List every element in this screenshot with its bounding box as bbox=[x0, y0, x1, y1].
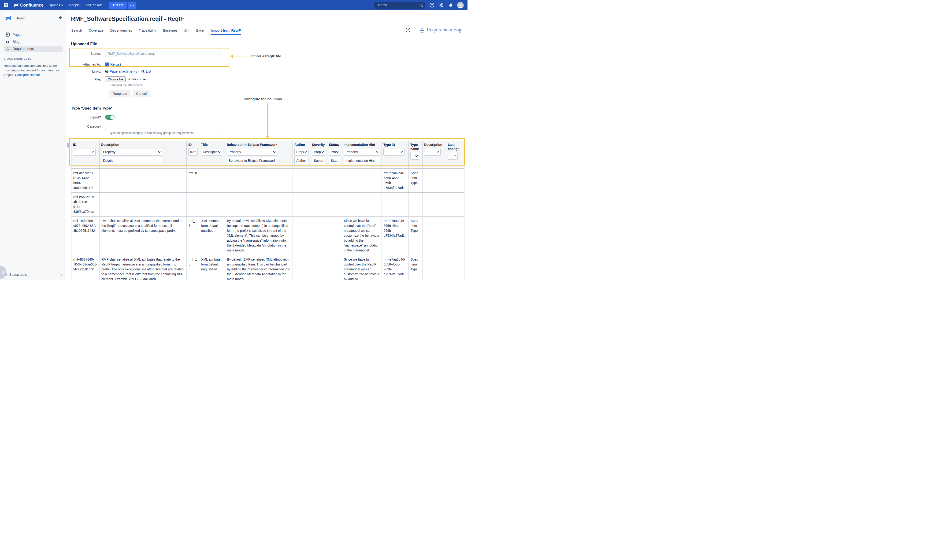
tab-traceability[interactable]: Traceability bbox=[139, 27, 156, 35]
table-cell bbox=[327, 255, 342, 280]
space-tools-label[interactable]: Space tools bbox=[9, 273, 27, 277]
chevron-down-icon bbox=[61, 4, 63, 6]
select-value: - bbox=[75, 150, 91, 154]
table-cell bbox=[446, 217, 465, 255]
help-icon-secondary[interactable]: ? bbox=[406, 28, 410, 32]
column-mapping-select[interactable]: Property bbox=[312, 148, 325, 156]
global-search[interactable] bbox=[374, 2, 425, 9]
column-mapping-select[interactable]: Key bbox=[188, 148, 198, 156]
column-mapping-select[interactable]: Property bbox=[101, 148, 162, 156]
import-reqif-note: Import a ReqIF file bbox=[250, 54, 281, 58]
tab-dependencies[interactable]: Dependencies bbox=[110, 27, 132, 35]
create-button[interactable]: Create bbox=[109, 2, 127, 9]
category-input[interactable] bbox=[105, 123, 222, 130]
table-cell bbox=[293, 217, 310, 255]
select-value: Property bbox=[103, 150, 158, 154]
file-name-field[interactable]: RMF_SoftwareSpecification.reqif bbox=[105, 50, 222, 57]
reupload-button[interactable]: Reupload bbox=[109, 90, 131, 97]
cancel-button[interactable]: Cancel bbox=[133, 90, 150, 97]
help-icon[interactable]: ? bbox=[429, 2, 435, 8]
menu-spaces[interactable]: Spaces bbox=[49, 3, 63, 7]
space-tools-footer: ⚙ Space tools « bbox=[0, 269, 66, 280]
table-cell bbox=[293, 193, 310, 216]
tab-import-from-reqif[interactable]: Import from ReqIF bbox=[211, 27, 241, 35]
table-cell bbox=[327, 169, 342, 192]
user-avatar[interactable] bbox=[457, 2, 464, 8]
person-icon bbox=[458, 4, 463, 8]
chevron-down-icon bbox=[158, 150, 161, 153]
sidebar-item-requirements[interactable]: Requirements bbox=[4, 46, 63, 52]
column-header: Last change- bbox=[446, 141, 465, 166]
column-mapping-select[interactable]: Property bbox=[227, 148, 277, 156]
sidebar-expand-handle[interactable] bbox=[0, 266, 6, 279]
select-value: Property bbox=[331, 150, 336, 154]
column-mapping-select[interactable]: - bbox=[448, 152, 457, 160]
confluence-logo[interactable]: Confluence bbox=[14, 3, 43, 8]
favorite-star-icon[interactable] bbox=[59, 16, 63, 21]
collapse-sidebar-icon[interactable]: « bbox=[60, 272, 63, 277]
space-sidebar: Team Pages Blog Requi bbox=[0, 10, 66, 280]
column-title: Behaviour in Eclipse Framework bbox=[227, 143, 291, 147]
chevron-down-icon bbox=[273, 150, 276, 153]
select-value: - bbox=[450, 154, 453, 158]
column-title: Status bbox=[329, 143, 340, 147]
table-cell bbox=[225, 169, 293, 192]
notifications-bell-icon[interactable] bbox=[448, 2, 453, 8]
sidebar-item-pages[interactable]: Pages bbox=[4, 31, 63, 38]
column-mapping-select[interactable]: Description bbox=[201, 148, 222, 156]
table-spacer-row bbox=[71, 166, 464, 168]
column-field-input[interactable]: Severity bbox=[312, 157, 325, 165]
chevron-down-icon bbox=[416, 154, 418, 157]
table-cell bbox=[342, 169, 382, 192]
input-value: Author bbox=[296, 159, 306, 163]
column-mapping-select[interactable]: Property bbox=[329, 148, 340, 156]
sidebar-item-blog[interactable]: Blog bbox=[4, 38, 63, 45]
attached-page-link[interactable]: Rerqs2 bbox=[110, 63, 121, 66]
requirement-yogi-brand[interactable]: Requirement Yogi bbox=[419, 27, 462, 33]
column-mapping-select[interactable]: - bbox=[384, 148, 405, 156]
column-field-input[interactable]: Implementation Hint bbox=[344, 157, 380, 165]
column-field-input[interactable]: Details bbox=[101, 157, 162, 165]
table-row: rmf-1eda0fe9-c976-4502-83fc-3b1066511482… bbox=[71, 216, 464, 255]
column-mapping-select[interactable]: Property bbox=[344, 148, 380, 156]
sidebar-resize-handle[interactable] bbox=[67, 143, 69, 148]
column-mapping-select[interactable]: Property bbox=[294, 148, 308, 156]
app-switcher-icon[interactable] bbox=[4, 3, 8, 8]
table-cell: rmf_15 bbox=[187, 255, 199, 280]
tab-diff[interactable]: Diff bbox=[184, 27, 190, 35]
tab-excel[interactable]: Excel bbox=[196, 27, 205, 35]
configure-sidebar-link[interactable]: Configure sidebar bbox=[15, 73, 40, 77]
column-field-input[interactable]: Behaviour in Eclipse Framework bbox=[227, 157, 277, 165]
column-field-input[interactable]: Status bbox=[329, 157, 340, 165]
page-attachments-link[interactable]: Page attachments bbox=[105, 69, 137, 73]
column-mapping-select[interactable]: - bbox=[424, 148, 441, 156]
space-name[interactable]: Team bbox=[16, 16, 25, 20]
search-input[interactable] bbox=[377, 3, 419, 7]
column-mapping-select[interactable]: - bbox=[410, 152, 419, 160]
tab-coverage[interactable]: Coverage bbox=[89, 27, 104, 35]
top-navigation-bar: Confluence Spaces People DbConsole Creat… bbox=[0, 0, 467, 10]
import-toggle[interactable]: ✓ bbox=[105, 115, 114, 120]
top-menu: Spaces People DbConsole bbox=[49, 3, 103, 7]
space-logo[interactable] bbox=[4, 14, 13, 23]
select-value: Property bbox=[229, 150, 273, 154]
tab-baselines[interactable]: Baselines bbox=[163, 27, 178, 35]
table-cell bbox=[409, 166, 422, 168]
table-cell bbox=[422, 217, 446, 255]
choose-file-button[interactable]: Choose file bbox=[105, 76, 126, 82]
table-cell bbox=[446, 166, 465, 168]
menu-people[interactable]: People bbox=[69, 3, 80, 7]
table-cell: XML attribute form default: unqualified bbox=[199, 255, 225, 280]
list-link[interactable]: List bbox=[141, 69, 151, 73]
menu-dbconsole[interactable]: DbConsole bbox=[86, 3, 103, 7]
column-mapping-select[interactable]: - bbox=[73, 148, 96, 156]
table-cell bbox=[422, 169, 446, 192]
create-more-button[interactable]: ••• bbox=[127, 2, 136, 9]
column-field-input[interactable]: Author bbox=[294, 157, 308, 165]
table-cell bbox=[199, 193, 225, 216]
table-cell: rmf-e5b0521a-4b1e-4ce1-9114-836f6ca704ae bbox=[71, 193, 100, 216]
tab-search[interactable]: Search bbox=[71, 27, 82, 35]
column-title: Implementation Hint bbox=[344, 143, 380, 147]
column-title: ID bbox=[188, 143, 197, 147]
settings-gear-icon[interactable] bbox=[439, 2, 444, 8]
